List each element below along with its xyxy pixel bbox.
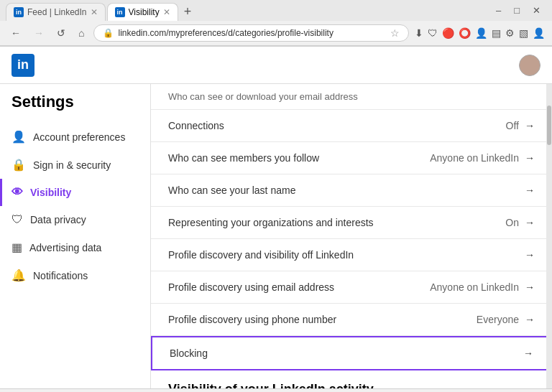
home-button[interactable]: ⌂	[75, 26, 88, 40]
tab-feed[interactable]: in Feed | LinkedIn ✕	[6, 3, 106, 21]
sidebar-toggle-icon[interactable]: ▧	[519, 27, 528, 39]
top-partial-label: Who can see or download your email addre…	[168, 91, 535, 102]
lock-icon: 🔒	[103, 28, 114, 38]
sidebar: Settings 👤 Account preferences 🔒 Sign in…	[0, 84, 151, 388]
linkedin-header: in	[0, 47, 552, 84]
address-bar-icons: ⬇ 🛡 🔴 ⭕ 👤 ▤ ⚙ ▧ 👤	[415, 27, 545, 39]
tab-feed-favicon: in	[14, 7, 24, 17]
sidebar-item-visibility[interactable]: 👁 Visibility	[0, 179, 150, 206]
top-partial-row[interactable]: Who can see or download your email addre…	[151, 84, 552, 110]
back-button[interactable]: ←	[7, 26, 24, 40]
main-content: Who can see or download your email addre…	[151, 84, 552, 388]
minimize-button[interactable]: –	[490, 5, 507, 16]
sidebar-item-notifications[interactable]: 🔔 Notifications	[0, 261, 150, 289]
tab-visibility-close[interactable]: ✕	[163, 7, 170, 17]
pocket-icon[interactable]: 🔴	[442, 27, 454, 39]
discovery-phone-label: Profile discovery using phone number	[168, 314, 477, 325]
opera-icon[interactable]: ⭕	[459, 27, 471, 39]
sidebar-item-advertising[interactable]: ▦ Advertising data	[0, 233, 150, 261]
blocking-arrow: →	[523, 347, 533, 359]
lock-icon: 🔒	[12, 158, 26, 172]
menu-icon[interactable]: ▤	[492, 27, 501, 39]
row-discovery-phone[interactable]: Profile discovery using phone number Eve…	[151, 304, 552, 336]
last-name-arrow: →	[525, 185, 535, 196]
row-discovery-email[interactable]: Profile discovery using email address An…	[151, 271, 552, 304]
new-tab-button[interactable]: +	[178, 4, 198, 19]
bell-icon: 🔔	[12, 269, 26, 282]
url-box[interactable]: 🔒 linkedin.com/mypreferences/d/categorie…	[93, 24, 409, 42]
settings-title: Settings	[0, 93, 150, 123]
row-who-follow[interactable]: Who can see members you follow Anyone on…	[151, 142, 552, 174]
row-discovery-off[interactable]: Profile discovery and visibility off Lin…	[151, 239, 552, 271]
sidebar-item-notifications-label: Notifications	[33, 270, 88, 281]
linkedin-logo[interactable]: in	[12, 54, 34, 77]
organizations-arrow: →	[525, 217, 535, 228]
sidebar-item-sign-security[interactable]: 🔒 Sign in & security	[0, 151, 150, 179]
account-icon: 👤	[12, 130, 26, 144]
eye-icon: 👁	[12, 186, 23, 199]
sidebar-item-security-label: Sign in & security	[33, 159, 111, 171]
connections-arrow: →	[525, 120, 535, 131]
sidebar-item-visibility-label: Visibility	[30, 187, 71, 198]
row-last-name[interactable]: Who can see your last name →	[151, 174, 552, 207]
sidebar-item-account-label: Account preferences	[33, 131, 125, 143]
url-text: linkedin.com/mypreferences/d/categories/…	[118, 28, 386, 38]
window-controls: – □ ✕	[490, 5, 546, 19]
status-bar: https://www.linkedin.com/mypreferences/d…	[0, 388, 552, 392]
discovery-email-arrow: →	[525, 281, 535, 293]
sidebar-item-data-privacy[interactable]: 🛡 Data privacy	[0, 206, 150, 233]
tab-feed-close[interactable]: ✕	[91, 7, 98, 17]
who-follow-value: Anyone on LinkedIn	[430, 152, 519, 164]
forward-button[interactable]: →	[30, 26, 47, 40]
ad-icon: ▦	[12, 241, 22, 254]
discovery-phone-arrow: →	[525, 314, 535, 325]
discovery-off-arrow: →	[525, 249, 535, 261]
connections-label: Connections	[168, 120, 506, 131]
scrollbar-track	[546, 84, 552, 388]
user-icon[interactable]: 👤	[475, 27, 487, 39]
row-organizations[interactable]: Representing your organizations and inte…	[151, 207, 552, 239]
maximize-button[interactable]: □	[508, 5, 525, 16]
user-avatar[interactable]	[519, 55, 540, 76]
profile-icon[interactable]: 👤	[533, 27, 545, 39]
who-follow-label: Who can see members you follow	[168, 152, 430, 164]
download-icon[interactable]: ⬇	[415, 27, 423, 39]
discovery-email-label: Profile discovery using email address	[168, 281, 430, 293]
sidebar-item-advertising-label: Advertising data	[29, 242, 101, 253]
row-connections[interactable]: Connections Off →	[151, 110, 552, 142]
connections-value: Off	[506, 120, 519, 131]
row-blocking[interactable]: Blocking →	[151, 336, 552, 370]
sidebar-item-account-preferences[interactable]: 👤 Account preferences	[0, 123, 150, 151]
organizations-value: On	[505, 217, 519, 228]
tab-feed-title: Feed | LinkedIn	[27, 7, 87, 17]
discovery-phone-value: Everyone	[477, 314, 519, 325]
discovery-off-label: Profile discovery and visibility off Lin…	[168, 249, 519, 261]
activity-section-header: Visibility of your LinkedIn activity	[151, 370, 552, 388]
organizations-label: Representing your organizations and inte…	[168, 217, 505, 228]
close-window-button[interactable]: ✕	[527, 5, 546, 16]
shield-icon: 🛡	[12, 213, 23, 226]
blocking-label: Blocking	[170, 347, 518, 359]
shield-icon[interactable]: 🛡	[428, 27, 438, 39]
extension-icon[interactable]: ⚙	[505, 27, 515, 39]
star-icon[interactable]: ☆	[390, 27, 400, 39]
sidebar-item-privacy-label: Data privacy	[30, 214, 86, 225]
scrollbar-thumb[interactable]	[547, 106, 551, 145]
tab-visibility-favicon: in	[115, 7, 125, 17]
address-bar: ← → ↺ ⌂ 🔒 linkedin.com/mypreferences/d/c…	[0, 21, 552, 46]
tab-visibility[interactable]: in Visibility ✕	[107, 3, 178, 21]
tab-visibility-title: Visibility	[129, 7, 160, 17]
reload-button[interactable]: ↺	[53, 26, 69, 40]
who-follow-arrow: →	[525, 152, 535, 164]
discovery-email-value: Anyone on LinkedIn	[430, 281, 519, 293]
last-name-label: Who can see your last name	[168, 185, 519, 196]
